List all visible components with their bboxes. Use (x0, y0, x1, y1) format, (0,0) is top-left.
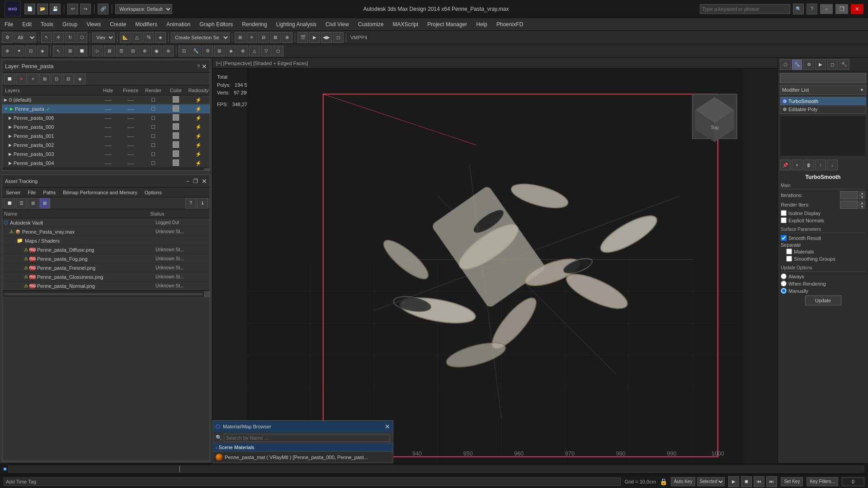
tb2-19[interactable]: ◈ (226, 46, 236, 56)
tb-align3[interactable]: ⊠ (270, 32, 281, 43)
ts-materials-check[interactable] (786, 249, 792, 254)
close-btn[interactable]: ✕ (851, 4, 863, 14)
tb2-13[interactable]: ◉ (151, 46, 162, 56)
tb-link[interactable]: 🔗 (98, 4, 108, 14)
tb-save[interactable]: 💾 (50, 4, 61, 14)
asset-close-btn[interactable]: ✕ (202, 178, 207, 185)
menu-civil[interactable]: Civil View (321, 18, 354, 31)
layer-btn-close[interactable]: ✕ (16, 74, 27, 84)
mat-close-btn[interactable]: ✕ (385, 423, 390, 430)
rp-modify-btn[interactable]: 🔧 (792, 59, 802, 70)
tb2-18[interactable]: ⊞ (214, 46, 225, 56)
ts-always-radio[interactable] (781, 273, 787, 279)
ms-del-btn[interactable]: 🗑 (803, 160, 814, 170)
menu-edit[interactable]: Edit (18, 18, 36, 31)
ts-iter-down[interactable]: ▼ (859, 195, 865, 199)
asset-row-fog[interactable]: ⚠ PNG Penne_pasta_Fog.png Unknown St... (2, 254, 210, 263)
workspace-dropdown[interactable]: Workspace: Default (115, 4, 172, 14)
layer-close-btn[interactable]: ✕ (202, 63, 207, 70)
add-time-tag[interactable]: Add Time Tag (6, 479, 36, 484)
asset-tb-info[interactable]: ℹ (197, 198, 208, 209)
asset-row-fresnel[interactable]: ⚠ PNG Penne_pasta_Fresnel.png Unknown St… (2, 263, 210, 272)
asset-tb-3[interactable]: ⊞ (28, 198, 38, 209)
layer-help-btn[interactable]: ? (197, 64, 200, 69)
modifier-editable-poly[interactable]: Editable Poly (780, 105, 866, 113)
layer-row-pasta[interactable]: ▼ ▶ Penne_pasta ✓ ---- ---- ☐ ⚡ (2, 104, 210, 113)
coord-dropdown[interactable]: View (92, 33, 115, 42)
asset-menu-paths[interactable]: Paths (39, 188, 59, 197)
asset-row-max[interactable]: ⚠ 📦 Penne_Pasta_vray.max Unknown St... (2, 227, 210, 236)
ts-renderiters-input[interactable]: 0 (840, 201, 858, 209)
tb-open[interactable]: 📂 (37, 4, 48, 14)
tb-redo[interactable]: ↪ (80, 4, 91, 14)
ts-isoline-check[interactable] (781, 210, 787, 216)
tb-align[interactable]: ≡ (246, 32, 257, 43)
tb2-22[interactable]: ▽ (261, 46, 272, 56)
mat-item[interactable]: Penne_pasta_mat ( VRayMtl ) [Penne_pasta… (213, 452, 393, 463)
layer-btn-5[interactable]: ⊡ (51, 74, 62, 84)
tb-angle-snap[interactable]: △ (132, 32, 142, 43)
tb-snap[interactable]: 📐 (120, 32, 131, 43)
menu-maxscript[interactable]: MAXScript (388, 18, 423, 31)
help-btn[interactable]: ? (807, 4, 817, 14)
selected-dropdown[interactable]: Selected (697, 477, 725, 486)
tb-align2[interactable]: ⊟ (258, 32, 269, 43)
tb2-2[interactable]: ✦ (14, 46, 24, 56)
rp-display-btn[interactable]: ◻ (827, 59, 838, 70)
tb2-5[interactable]: ↖ (53, 46, 64, 56)
asset-menu-server[interactable]: Server (2, 188, 24, 197)
asset-menu-bitmap[interactable]: Bitmap Performance and Memory (59, 188, 141, 197)
tb-layer-mgr[interactable]: ⊕ (282, 32, 292, 43)
layer-row-001[interactable]: ▶ Penne_pasta_001 ---- ---- ☐ ⚡ (2, 131, 210, 141)
ms-up-btn[interactable]: ↑ (815, 160, 826, 170)
menu-help[interactable]: Help (472, 18, 492, 31)
viewport-content[interactable]: Total Polys: 194 560 Verts: 97 280 FPS: … (212, 69, 778, 463)
modifier-turbosmoooth[interactable]: TurboSmooth (780, 97, 866, 105)
next-btn[interactable]: ⏭ (766, 476, 777, 487)
asset-menu-file[interactable]: File (24, 188, 39, 197)
mat-search-input[interactable] (224, 434, 390, 442)
layer-btn-6[interactable]: ⊟ (63, 74, 74, 84)
tb-select-filter[interactable]: ⚙ (2, 32, 13, 43)
asset-tb-4[interactable]: ⊠ (39, 198, 50, 209)
tb2-20[interactable]: ⊕ (237, 46, 248, 56)
tb-select[interactable]: ↖ (41, 32, 52, 43)
menu-animation[interactable]: Animation (162, 18, 195, 31)
layer-row-003[interactable]: ▶ Penne_pasta_003 ---- ---- ☐ ⚡ (2, 150, 210, 159)
timeline-bar[interactable] (8, 465, 864, 473)
rp-motion-btn[interactable]: ▶ (815, 59, 826, 70)
auto-key-btn[interactable]: Auto Key (671, 477, 696, 486)
select-filter-dropdown[interactable]: All (14, 33, 36, 42)
ts-smooth-result-check[interactable] (781, 235, 787, 241)
layer-row-004[interactable]: ▶ Penne_pasta_004 ---- ---- ☐ ⚡ (2, 159, 210, 168)
stop-btn[interactable]: ⏹ (741, 476, 752, 487)
viewport[interactable]: [+] [Perspective] [Shaded + Edged Faces]… (212, 58, 778, 463)
tb2-6[interactable]: ⊞ (65, 46, 75, 56)
ts-ri-up[interactable]: ▲ (859, 201, 865, 205)
tb-new[interactable]: 📄 (24, 4, 35, 14)
tb-spinner-snap[interactable]: ◈ (155, 32, 166, 43)
frame-counter[interactable]: 0 (842, 477, 864, 486)
asset-row-diffuse[interactable]: ⚠ PNG Penne_pasta_Diffuse.png Unknown St… (2, 245, 210, 254)
asset-restore-btn[interactable]: ❐ (193, 178, 198, 184)
layer-btn-7[interactable]: ◈ (75, 74, 85, 84)
tb2-14[interactable]: ⊛ (163, 46, 174, 56)
menu-graph-editors[interactable]: Graph Editors (195, 18, 237, 31)
rp-hierarchy-btn[interactable]: ⚙ (803, 59, 814, 70)
tb2-4[interactable]: ◈ (37, 46, 48, 56)
tb2-10[interactable]: ☰ (116, 46, 127, 56)
set-key-btn[interactable]: Set Key (781, 477, 803, 486)
layer-btn-add[interactable]: + (28, 74, 38, 84)
layer-row-002[interactable]: ▶ Penne_pasta_002 ---- ---- ☐ ⚡ (2, 141, 210, 150)
key-filters-btn[interactable]: Key Filters... (807, 477, 838, 486)
layer-row[interactable]: ▶ 0 (default) ---- ---- ☐ ⚡ (2, 95, 210, 104)
menu-project[interactable]: Project Manager (423, 18, 472, 31)
menu-lighting[interactable]: Lighting Analysis (272, 18, 321, 31)
menu-tools[interactable]: Tools (36, 18, 58, 31)
tb-render3[interactable]: ◻ (333, 32, 344, 43)
asset-row-normal[interactable]: ⚠ PNG Penne_pasta_Normal.png Unknown St.… (2, 282, 210, 291)
tb2-7[interactable]: 🔲 (76, 46, 87, 56)
menu-views[interactable]: Views (82, 18, 105, 31)
prev-btn[interactable]: ⏮ (754, 476, 764, 487)
menu-rendering[interactable]: Rendering (237, 18, 271, 31)
